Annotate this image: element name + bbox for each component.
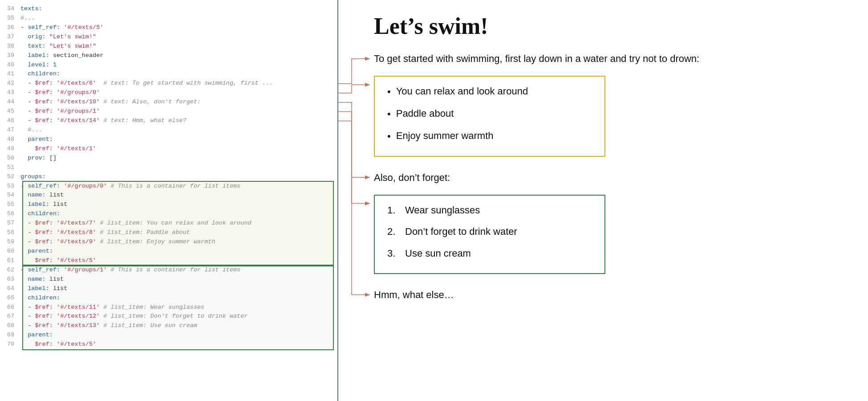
ordered-list: 1.Wear sunglasses2.Don’t forget to drink… [387,204,592,261]
paragraph-1: To get started with swimming, first lay … [374,51,841,66]
paragraph-2: Also, don’t forget: [374,170,841,185]
code-line-44: 44 - $ref: '#/texts/10' # text: Also, do… [0,98,337,107]
list-num: 2. [387,225,400,239]
line-content-56: children: [20,209,60,219]
bullet-item: •Enjoy summer warmth [387,129,592,143]
bullet-icon: • [387,130,391,143]
document-panel: Let’s swim! To get started with swimming… [338,0,868,401]
code-line-51: 51 [0,163,337,172]
line-content-50: prov: [] [20,154,57,163]
line-content-58: - $ref: '#/texts/8' # list_item: Paddle … [20,228,190,237]
line-content-46: - $ref: '#/texts/14' # text: Hmm, what e… [20,116,187,126]
line-content-65: children: [20,294,60,303]
line-content-54: name: list [20,191,64,200]
list-num: 1. [387,204,400,217]
code-line-39: 39 label: section_header [0,51,337,61]
line-content-45: - $ref: '#/groups/1' [20,107,100,116]
line-content-36: - self_ref: '#/texts/5' [20,23,111,33]
line-content-70: $ref: '#/texts/5' [20,340,96,349]
code-line-70: 70 $ref: '#/texts/5' [0,340,337,349]
bullet-list-box: •You can relax and look around•Paddle ab… [374,76,605,156]
code-line-36: 36- self_ref: '#/texts/5' [0,23,337,33]
line-content-48: parent: [20,135,53,144]
line-content-42: - $ref: '#/texts/6' # text: To get start… [20,79,273,88]
line-content-40: level: 1 [20,61,57,70]
code-line-47: 47 #... [0,126,337,135]
line-content-49: $ref: '#/texts/1' [20,144,96,154]
ordered-item-text: Use sun cream [405,247,471,261]
line-content-55: label: list [20,200,67,209]
line-content-52: groups: [20,172,46,182]
line-content-43: - $ref: '#/groups/0' [20,88,100,98]
bullet-item-text: You can relax and look around [396,85,528,98]
code-line-63: 63 name: list [0,275,337,284]
line-content-57: - $ref: '#/texts/7' # list_item: You can… [20,219,251,228]
line-content-41: children: [20,70,60,79]
ordered-item-text: Don’t forget to drink water [405,225,517,239]
code-line-43: 43 - $ref: '#/groups/0' [0,88,337,98]
code-line-61: 61 $ref: '#/texts/5' [0,256,337,266]
code-line-68: 68 - $ref: '#/texts/13' # list_item: Use… [0,321,337,331]
bullet-item: •You can relax and look around [387,85,592,99]
code-line-35: 35#... [0,14,337,23]
code-line-38: 38 text: "Let's swim!" [0,42,337,51]
code-line-34: 34texts: [0,4,337,14]
line-content-34: texts: [20,4,42,14]
code-line-42: 42 - $ref: '#/texts/6' # text: To get st… [0,79,337,88]
line-content-68: - $ref: '#/texts/13' # list_item: Use su… [20,321,197,331]
code-line-64: 64 label: list [0,284,337,294]
code-line-58: 58 - $ref: '#/texts/8' # list_item: Padd… [0,228,337,237]
code-line-60: 60 parent: [0,247,337,256]
line-content-62: - self_ref: '#/groups/1' # This is a con… [20,266,240,275]
ordered-item: 3.Use sun cream [387,247,592,261]
line-content-63: name: list [20,275,64,284]
bullet-item-text: Paddle about [396,107,454,121]
ordered-item: 1.Wear sunglasses [387,204,592,217]
line-content-53: - self_ref: '#/groups/0' # This is a con… [20,182,240,191]
line-content-69: parent: [20,331,53,340]
line-content-35: #... [20,14,35,23]
code-line-59: 59 - $ref: '#/texts/9' # list_item: Enjo… [0,237,337,247]
line-content-59: - $ref: '#/texts/9' # list_item: Enjoy s… [20,237,215,247]
code-line-50: 50 prov: [] [0,154,337,163]
bullet-icon: • [387,85,391,99]
line-content-44: - $ref: '#/texts/10' # text: Also, don't… [20,98,201,107]
code-line-53: 53- self_ref: '#/groups/0' # This is a c… [0,182,337,191]
line-content-64: label: list [20,284,67,294]
line-content-61: $ref: '#/texts/5' [20,256,96,266]
code-line-40: 40 level: 1 [0,61,337,70]
bullet-item: •Paddle about [387,107,592,121]
line-content-47: #... [20,126,42,135]
document-title: Let’s swim! [374,13,841,39]
code-line-55: 55 label: list [0,200,337,209]
code-line-57: 57 - $ref: '#/texts/7' # list_item: You … [0,219,337,228]
code-lines: 34texts:35#...36- self_ref: '#/texts/5' … [0,4,337,349]
bullet-icon: • [387,107,391,121]
list-num: 3. [387,247,400,261]
ordered-item: 2.Don’t forget to drink water [387,225,592,239]
code-line-67: 67 - $ref: '#/texts/12' # list_item: Don… [0,312,337,321]
line-content-37: orig: "Let's swim!" [20,33,96,42]
line-content-39: label: section_header [20,51,103,61]
code-line-52: 52groups: [0,172,337,182]
code-line-49: 49 $ref: '#/texts/1' [0,144,337,154]
code-line-65: 65 children: [0,294,337,303]
bullet-list: •You can relax and look around•Paddle ab… [387,85,592,143]
line-content-38: text: "Let's swim!" [20,42,96,51]
code-line-62: 62- self_ref: '#/groups/1' # This is a c… [0,266,337,275]
code-line-66: 66 - $ref: '#/texts/11' # list_item: Wea… [0,303,337,312]
code-line-69: 69 parent: [0,331,337,340]
line-content-66: - $ref: '#/texts/11' # list_item: Wear s… [20,303,204,312]
code-panel: 34texts:35#...36- self_ref: '#/texts/5' … [0,0,338,401]
paragraph-3: Hmm, what else… [374,287,841,302]
code-line-56: 56 children: [0,209,337,219]
code-line-54: 54 name: list [0,191,337,200]
ordered-item-text: Wear sunglasses [405,204,480,217]
line-content-67: - $ref: '#/texts/12' # list_item: Don't … [20,312,247,321]
code-line-48: 48 parent: [0,135,337,144]
code-line-37: 37 orig: "Let's swim!" [0,33,337,42]
code-line-41: 41 children: [0,70,337,79]
line-content-60: parent: [20,247,53,256]
code-line-45: 45 - $ref: '#/groups/1' [0,107,337,116]
code-line-46: 46 - $ref: '#/texts/14' # text: Hmm, wha… [0,116,337,126]
